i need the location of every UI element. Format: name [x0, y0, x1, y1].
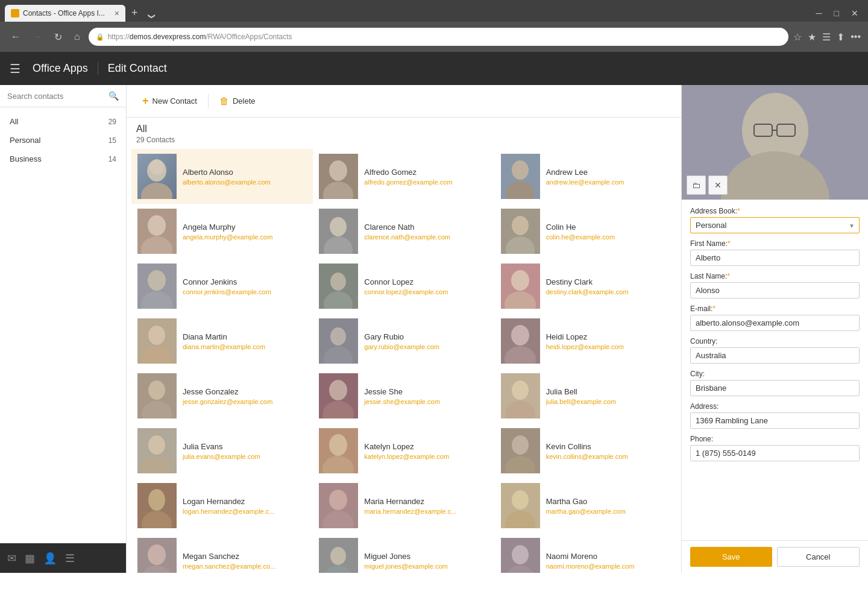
contact-card[interactable]: Destiny Clark destiny.clark@example.com [495, 259, 676, 314]
main-layout: 🔍 All 29 Personal 15 Business 14 ✉ ▦ 👤 ☰ [0, 85, 868, 573]
sidebar-label-personal: Personal [10, 136, 40, 145]
contact-card[interactable]: Alfredo Gomez alfredo.gomez@example.com [313, 149, 494, 204]
browser-tab[interactable]: Contacts - Office Apps I... × [5, 5, 125, 22]
svg-point-7 [512, 160, 529, 180]
contact-card[interactable]: Jessie She jessie.she@example.com [313, 368, 494, 423]
city-label: City: [690, 370, 860, 378]
contact-name: Colin He [546, 223, 670, 232]
more-icon[interactable]: ••• [851, 31, 861, 43]
svg-point-70 [512, 545, 529, 564]
contact-card[interactable]: Naomi Moreno naomi.moreno@example.com [495, 533, 676, 573]
contacts-icon[interactable]: 👤 [43, 552, 57, 565]
contact-card[interactable]: Kevin Collins kevin.collins@example.com [495, 423, 676, 478]
photo-upload-button[interactable]: 🗀 [687, 175, 706, 195]
contact-card[interactable]: Logan Hernandez logan.hernandez@example.… [131, 478, 313, 533]
contact-card[interactable]: Julia Bell julia.bell@example.com [495, 368, 676, 423]
contact-card[interactable]: Katelyn Lopez katelyn.lopez@example.com [313, 423, 494, 478]
contact-info: Julia Evans julia.evans@example.com [183, 442, 307, 460]
contact-email: connor.jenkins@example.com [183, 288, 307, 295]
svg-point-55 [148, 489, 165, 511]
sidebar-item-personal[interactable]: Personal 15 [0, 131, 126, 150]
trash-icon: 🗑 [219, 96, 229, 107]
notes-icon[interactable]: ☰ [65, 552, 75, 565]
nav-forward-button[interactable]: → [29, 29, 46, 45]
toolbar-divider [208, 94, 209, 109]
contact-card[interactable]: Connor Lopez connor.lopez@example.com [313, 259, 494, 314]
contact-name: Clarence Nath [364, 223, 488, 232]
contact-card[interactable]: Andrew Lee andrew.lee@example.com [495, 149, 676, 204]
contact-info: Gary Rubio gary.rubio@example.com [364, 332, 488, 350]
bookmarks-icon[interactable]: ☆ [793, 31, 802, 43]
delete-button[interactable]: 🗑 Delete [213, 92, 262, 110]
tab-close-icon[interactable]: × [115, 8, 119, 18]
contact-grid: Alberto Alonso alberto.alonso@example.co… [127, 147, 681, 573]
edit-form: Address Book:* Personal Business ▼ First… [682, 200, 868, 540]
cancel-button[interactable]: Cancel [777, 547, 860, 567]
nav-refresh-button[interactable]: ↻ [51, 29, 66, 45]
contact-card[interactable]: Julia Evans julia.evans@example.com [131, 423, 313, 478]
reading-list-icon[interactable]: ☰ [822, 31, 831, 43]
share-icon[interactable]: ⬆ [837, 31, 844, 43]
nav-home-button[interactable]: ⌂ [71, 29, 84, 45]
country-input[interactable] [690, 347, 860, 364]
contact-card[interactable]: Martha Gao martha.gao@example.com [495, 478, 676, 533]
nav-back-button[interactable]: ← [7, 29, 24, 45]
hamburger-menu[interactable]: ☰ [0, 62, 30, 76]
star-icon[interactable]: ★ [808, 31, 816, 43]
contact-name: Miguel Jones [364, 552, 488, 561]
contact-card[interactable]: Alberto Alonso alberto.alonso@example.co… [131, 149, 313, 204]
edit-panel: 🗀 ✕ Address Book:* Personal Business ▼ [681, 85, 868, 573]
window-close[interactable]: ✕ [846, 7, 863, 19]
email-group: E-mail:* [690, 305, 860, 331]
contact-card[interactable]: Diana Martin diana.martin@example.com [131, 314, 313, 368]
window-maximize[interactable]: □ [829, 7, 844, 19]
address-book-select[interactable]: Personal Business [690, 217, 860, 233]
mail-icon[interactable]: ✉ [7, 552, 16, 565]
search-bar[interactable]: 🔍 [0, 85, 126, 107]
photo-remove-button[interactable]: ✕ [708, 175, 728, 195]
first-name-input[interactable] [690, 250, 860, 266]
window-minimize[interactable]: ─ [811, 7, 827, 19]
sidebar-item-all[interactable]: All 29 [0, 112, 126, 131]
svg-point-2 [149, 159, 164, 175]
email-label: E-mail:* [690, 305, 860, 313]
avatar [137, 154, 177, 199]
address-input[interactable] [690, 412, 860, 429]
sidebar-nav: All 29 Personal 15 Business 14 [0, 107, 126, 173]
contact-card[interactable]: Gary Rubio gary.rubio@example.com [313, 314, 494, 368]
contact-card[interactable]: Jesse Gonzalez jesse.gonzalez@example.co… [131, 368, 313, 423]
address-lock-icon: 🔒 [96, 33, 104, 41]
city-input[interactable] [690, 380, 860, 396]
contact-name: Alberto Alonso [183, 168, 307, 177]
address-bar[interactable]: 🔒 https://demos.devexpress.com/RWA/Offic… [89, 28, 789, 46]
avatar [137, 318, 177, 364]
phone-input[interactable] [690, 445, 860, 461]
contact-card[interactable]: Megan Sanchez megan.sanchez@example.co..… [131, 533, 313, 573]
contact-card[interactable]: Connor Jenkins connor.jenkins@example.co… [131, 259, 313, 314]
contact-card[interactable]: Miguel Jones miguel.jones@example.com [313, 533, 494, 573]
avatar [137, 483, 177, 528]
contact-email: miguel.jones@example.com [364, 563, 488, 570]
contact-email: jessie.she@example.com [364, 398, 488, 405]
last-name-input[interactable] [690, 282, 860, 298]
email-input[interactable] [690, 315, 860, 331]
search-input[interactable] [7, 92, 108, 101]
address-book-select-wrapper: Personal Business ▼ [690, 217, 860, 233]
contact-card[interactable]: Maria Hernandez maria.hernandez@example.… [313, 478, 494, 533]
save-button[interactable]: Save [690, 547, 772, 567]
avatar [137, 264, 177, 309]
sidebar-item-business[interactable]: Business 14 [0, 150, 126, 168]
contact-email: alfredo.gomez@example.com [364, 178, 488, 186]
calendar-icon[interactable]: ▦ [25, 552, 35, 565]
contact-card[interactable]: Colin He colin.he@example.com [495, 204, 676, 259]
svg-point-52 [512, 435, 529, 455]
contact-card[interactable]: Heidi Lopez heidi.lopez@example.com [495, 314, 676, 368]
new-contact-button[interactable]: + New Contact [136, 91, 203, 111]
svg-point-31 [330, 327, 346, 346]
contact-card[interactable]: Clarence Nath clarence.nath@example.com [313, 204, 494, 259]
new-tab-button[interactable]: + [125, 7, 144, 22]
contact-card[interactable]: Angela Murphy angela.murphy@example.com [131, 204, 313, 259]
tab-menu-button[interactable]: ❯ [145, 10, 156, 23]
contact-info: Colin He colin.he@example.com [546, 223, 670, 241]
contact-email: maria.hernandez@example.c... [364, 508, 488, 515]
